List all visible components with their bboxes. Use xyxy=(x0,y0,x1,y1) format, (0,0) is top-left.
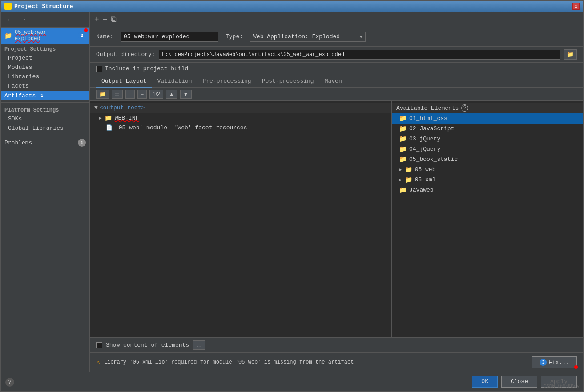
sidebar-item-global-libraries[interactable]: Global Libraries xyxy=(1,124,89,133)
project-settings-header: Project Settings xyxy=(1,44,89,53)
problems-row[interactable]: Problems 1 xyxy=(1,137,89,148)
browse-button[interactable]: 📁 xyxy=(564,49,577,60)
title-bar: ! Project Structure ✕ xyxy=(1,1,583,12)
tab-validation[interactable]: Validation xyxy=(152,75,197,88)
sidebar-divider xyxy=(1,102,89,103)
artifact-add-button[interactable]: + xyxy=(94,15,99,24)
available-elements-label: Available Elements xyxy=(396,105,459,112)
element-item-04-jquery[interactable]: 📁 04_jQuery xyxy=(392,144,583,154)
element-label-05w: 05_web xyxy=(415,166,436,173)
type-select-value: Web Application: Exploded xyxy=(253,33,340,40)
web-module-icon: 📄 xyxy=(106,124,113,131)
artifact-remove-button[interactable]: − xyxy=(103,15,108,24)
help-icon[interactable]: ? xyxy=(461,104,468,112)
folder-icon-03: 📁 xyxy=(399,135,407,143)
content-area: 📁 ☰ + − 1/2 ▲ ▼ ▼ <output root> xyxy=(90,88,583,337)
tab-pre-processing[interactable]: Pre-processing xyxy=(197,75,256,88)
sidebar-item-facets[interactable]: Facets xyxy=(1,81,89,91)
tab-maven[interactable]: Maven xyxy=(319,75,347,88)
chevron-down-icon: ▼ xyxy=(359,34,362,40)
project-structure-dialog: ! Project Structure ✕ ← → 📁 05_web:war e… xyxy=(0,0,584,392)
element-item-03-jquery[interactable]: 📁 03_jQuery xyxy=(392,134,583,144)
content-toolbar-btn5[interactable]: 1/2 xyxy=(149,90,163,99)
bottom-bar: Show content of elements ... ⚠ Library '… xyxy=(90,337,583,372)
output-root-arrow: ▼ xyxy=(94,104,98,111)
platform-settings-header: Platform Settings xyxy=(1,104,89,114)
folder-icon-02: 📁 xyxy=(399,125,407,132)
dialog-footer: ? OK Close Apply CSDN @洋洋Boy xyxy=(1,372,583,391)
element-item-01-html-css[interactable]: 📁 01_html_css xyxy=(392,113,583,124)
element-label-jw: JavaWeb xyxy=(409,187,434,193)
watermark: CSDN @洋洋Boy xyxy=(544,383,580,389)
output-layout-tree: ▼ <output root> ▶ 📁 WEB-INF 📄 '05_web' m… xyxy=(90,101,392,337)
element-item-05-xml[interactable]: ▶ 📁 05_xml xyxy=(392,175,583,185)
folder-icon-05w: 📁 xyxy=(405,166,412,173)
output-dir-input[interactable] xyxy=(159,50,560,60)
output-dir-row: Output directory: 📁 xyxy=(90,47,583,63)
tab-output-layout[interactable]: Output Layout xyxy=(96,75,152,88)
element-label-03: 03_jQuery xyxy=(409,136,440,142)
warning-icon: ⚠ xyxy=(96,358,101,367)
content-toolbar-btn2[interactable]: ☰ xyxy=(112,90,123,99)
show-content-label: Show content of elements xyxy=(106,342,189,348)
content-toolbar-btn4[interactable]: − xyxy=(137,90,147,99)
tree-item-web-module[interactable]: 📄 '05_web' module: 'Web' facet resources xyxy=(90,123,391,132)
tabs-row: Output Layout Validation Pre-processing … xyxy=(90,75,583,88)
folder-icon-05x: 📁 xyxy=(405,176,412,184)
sidebar-item-sdks[interactable]: SDKs xyxy=(1,114,89,124)
artifact-badge: 2 xyxy=(78,32,86,40)
type-select[interactable]: Web Application: Exploded ▼ xyxy=(250,32,366,42)
tab-post-processing[interactable]: Post-processing xyxy=(257,75,319,88)
web-module-label: '05_web' module: 'Web' facet resources xyxy=(115,124,247,131)
warning-row: ⚠ Library '05_xml_lib' required for modu… xyxy=(90,353,583,372)
fix-label: Fix... xyxy=(548,359,569,366)
content-toolbar-btn1[interactable]: 📁 xyxy=(96,90,109,99)
split-pane: ▼ <output root> ▶ 📁 WEB-INF 📄 '05_web' m… xyxy=(90,101,583,337)
tree-item-web-inf[interactable]: ▶ 📁 WEB-INF xyxy=(90,113,391,123)
title-icon: ! xyxy=(4,3,12,10)
folder-icon-jw: 📁 xyxy=(399,186,407,194)
name-input[interactable] xyxy=(121,32,218,42)
artifact-item-wrapper[interactable]: 📁 05_web:war exploded 2 xyxy=(1,28,89,44)
sidebar-item-libraries[interactable]: Libraries xyxy=(1,72,89,81)
dots-button[interactable]: ... xyxy=(193,340,205,350)
problems-label: Problems xyxy=(4,140,32,146)
web-inf-folder-icon: 📁 xyxy=(105,114,112,122)
output-root-label: <output root> xyxy=(100,104,145,111)
include-row: Include in project build xyxy=(90,63,583,75)
content-toolbar-btn6[interactable]: ▲ xyxy=(166,90,177,99)
include-checkbox[interactable] xyxy=(96,66,102,72)
content-toolbar-btn7[interactable]: ▼ xyxy=(180,90,192,99)
available-elements-panel: Available Elements ? 📁 01_html_css 📁 02_… xyxy=(392,101,583,337)
content-toolbar: 📁 ☰ + − 1/2 ▲ ▼ xyxy=(90,88,583,101)
arrow-05-xml: ▶ xyxy=(399,177,402,183)
element-item-02-javascript[interactable]: 📁 02_JavaScript xyxy=(392,124,583,134)
sidebar-divider2 xyxy=(1,135,89,135)
element-label-02: 02_JavaScript xyxy=(409,125,454,132)
artifact-item-label: 05_web:war exploded xyxy=(15,29,75,42)
artifact-copy-button[interactable]: ⧉ xyxy=(111,15,117,24)
show-content-checkbox[interactable] xyxy=(96,342,102,348)
sidebar-item-modules[interactable]: Modules xyxy=(1,63,89,72)
close-button[interactable]: ✕ xyxy=(572,3,580,10)
sidebar-item-project[interactable]: Project xyxy=(1,53,89,63)
artifact-red-dot xyxy=(84,28,88,32)
name-label: Name: xyxy=(96,33,113,40)
output-root-header[interactable]: ▼ <output root> xyxy=(90,103,391,113)
fix-button[interactable]: 3 Fix... xyxy=(532,356,577,368)
ok-button[interactable]: OK xyxy=(472,376,498,388)
sidebar: ← → 📁 05_web:war exploded 2 Project Sett… xyxy=(1,12,90,372)
element-item-05-book-static[interactable]: 📁 05_book_static xyxy=(392,154,583,164)
content-toolbar-btn3[interactable]: + xyxy=(125,90,135,99)
back-button[interactable]: ← xyxy=(4,15,15,24)
help-button[interactable]: ? xyxy=(5,378,14,387)
folder-icon-05bs: 📁 xyxy=(399,156,407,163)
close-footer-button[interactable]: Close xyxy=(501,376,537,388)
element-label-05x: 05_xml xyxy=(415,176,436,183)
element-item-05-web[interactable]: ▶ 📁 05_web xyxy=(392,164,583,175)
forward-button[interactable]: → xyxy=(18,15,28,24)
element-item-javaweb[interactable]: 📁 JavaWeb xyxy=(392,185,583,195)
sidebar-item-artifacts[interactable]: Artifacts 1 xyxy=(1,91,89,100)
output-dir-label: Output directory: xyxy=(96,51,155,58)
artifacts-badge: 1 xyxy=(38,92,45,99)
